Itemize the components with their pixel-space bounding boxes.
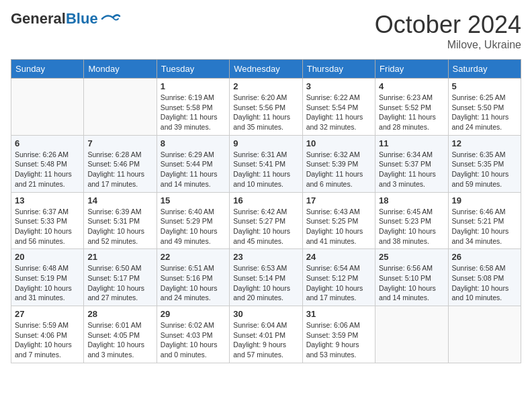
day-info: Sunrise: 6:51 AMSunset: 5:16 PMDaylight:… (161, 263, 226, 303)
calendar-cell: 5Sunrise: 6:25 AMSunset: 5:50 PMDaylight… (448, 79, 521, 136)
calendar-cell: 9Sunrise: 6:31 AMSunset: 5:41 PMDaylight… (230, 135, 302, 192)
day-info: Sunrise: 6:01 AMSunset: 4:05 PMDaylight:… (87, 320, 152, 360)
calendar-cell: 26Sunrise: 6:58 AMSunset: 5:08 PMDayligh… (448, 249, 521, 306)
day-number: 20 (15, 252, 80, 262)
day-info: Sunrise: 6:04 AMSunset: 4:01 PMDaylight:… (233, 320, 298, 360)
day-info: Sunrise: 6:35 AMSunset: 5:35 PMDaylight:… (452, 150, 517, 189)
day-info: Sunrise: 6:54 AMSunset: 5:12 PMDaylight:… (306, 263, 371, 303)
calendar-cell: 23Sunrise: 6:53 AMSunset: 5:14 PMDayligh… (230, 249, 302, 306)
day-number: 10 (306, 138, 371, 148)
calendar-cell: 22Sunrise: 6:51 AMSunset: 5:16 PMDayligh… (157, 249, 229, 306)
logo-text: GeneralBlue (11, 11, 98, 27)
day-info: Sunrise: 6:28 AMSunset: 5:46 PMDaylight:… (87, 150, 152, 189)
page-header: GeneralBlue October 2024 Milove, Ukraine (11, 11, 521, 51)
day-info: Sunrise: 6:23 AMSunset: 5:52 PMDaylight:… (379, 93, 444, 132)
day-info: Sunrise: 6:53 AMSunset: 5:14 PMDaylight:… (233, 263, 298, 303)
calendar-cell (375, 306, 448, 363)
calendar-cell: 30Sunrise: 6:04 AMSunset: 4:01 PMDayligh… (230, 306, 302, 363)
day-number: 27 (15, 309, 80, 319)
day-info: Sunrise: 6:19 AMSunset: 5:58 PMDaylight:… (161, 93, 226, 132)
month-title: October 2024 (375, 11, 521, 39)
day-info: Sunrise: 6:26 AMSunset: 5:48 PMDaylight:… (15, 150, 80, 189)
day-number: 5 (452, 81, 517, 91)
day-number: 6 (15, 138, 80, 148)
weekday-header-saturday: Saturday (448, 60, 521, 79)
day-info: Sunrise: 6:25 AMSunset: 5:50 PMDaylight:… (452, 93, 517, 132)
calendar-cell: 29Sunrise: 6:02 AMSunset: 4:03 PMDayligh… (157, 306, 229, 363)
day-number: 18 (379, 195, 444, 205)
day-number: 17 (306, 195, 371, 205)
calendar-cell (11, 79, 84, 136)
day-number: 31 (306, 309, 371, 319)
calendar-cell: 8Sunrise: 6:29 AMSunset: 5:44 PMDaylight… (157, 135, 229, 192)
week-row-4: 20Sunrise: 6:48 AMSunset: 5:19 PMDayligh… (11, 249, 521, 306)
calendar-cell: 24Sunrise: 6:54 AMSunset: 5:12 PMDayligh… (302, 249, 375, 306)
day-number: 24 (306, 252, 371, 262)
day-number: 29 (161, 309, 226, 319)
weekday-header-row: SundayMondayTuesdayWednesdayThursdayFrid… (11, 60, 521, 79)
calendar-cell: 4Sunrise: 6:23 AMSunset: 5:52 PMDaylight… (375, 79, 448, 136)
day-info: Sunrise: 6:37 AMSunset: 5:33 PMDaylight:… (15, 207, 80, 246)
day-number: 1 (161, 81, 226, 91)
weekday-header-tuesday: Tuesday (157, 60, 229, 79)
day-info: Sunrise: 6:58 AMSunset: 5:08 PMDaylight:… (452, 263, 517, 303)
day-info: Sunrise: 6:02 AMSunset: 4:03 PMDaylight:… (161, 320, 226, 360)
calendar-cell: 16Sunrise: 6:42 AMSunset: 5:27 PMDayligh… (230, 192, 302, 249)
day-number: 4 (379, 81, 444, 91)
calendar-cell: 14Sunrise: 6:39 AMSunset: 5:31 PMDayligh… (84, 192, 157, 249)
day-number: 8 (161, 138, 226, 148)
calendar-cell: 15Sunrise: 6:40 AMSunset: 5:29 PMDayligh… (157, 192, 229, 249)
week-row-3: 13Sunrise: 6:37 AMSunset: 5:33 PMDayligh… (11, 192, 521, 249)
day-info: Sunrise: 6:42 AMSunset: 5:27 PMDaylight:… (233, 207, 298, 246)
day-info: Sunrise: 6:56 AMSunset: 5:10 PMDaylight:… (379, 263, 444, 303)
location: Milove, Ukraine (375, 39, 521, 51)
calendar-cell: 11Sunrise: 6:34 AMSunset: 5:37 PMDayligh… (375, 135, 448, 192)
day-info: Sunrise: 6:31 AMSunset: 5:41 PMDaylight:… (233, 150, 298, 189)
day-info: Sunrise: 6:45 AMSunset: 5:23 PMDaylight:… (379, 207, 444, 246)
day-number: 22 (161, 252, 226, 262)
logo-general: General (11, 10, 66, 27)
calendar-cell: 19Sunrise: 6:46 AMSunset: 5:21 PMDayligh… (448, 192, 521, 249)
day-number: 26 (452, 252, 517, 262)
day-info: Sunrise: 6:43 AMSunset: 5:25 PMDaylight:… (306, 207, 371, 246)
calendar-cell: 3Sunrise: 6:22 AMSunset: 5:54 PMDaylight… (302, 79, 375, 136)
calendar-cell: 27Sunrise: 5:59 AMSunset: 4:06 PMDayligh… (11, 306, 84, 363)
calendar-cell (84, 79, 157, 136)
calendar-cell: 10Sunrise: 6:32 AMSunset: 5:39 PMDayligh… (302, 135, 375, 192)
week-row-2: 6Sunrise: 6:26 AMSunset: 5:48 PMDaylight… (11, 135, 521, 192)
day-number: 9 (233, 138, 298, 148)
calendar-cell: 12Sunrise: 6:35 AMSunset: 5:35 PMDayligh… (448, 135, 521, 192)
day-number: 28 (87, 309, 152, 319)
day-number: 13 (15, 195, 80, 205)
day-number: 3 (306, 81, 371, 91)
day-number: 25 (379, 252, 444, 262)
day-info: Sunrise: 6:20 AMSunset: 5:56 PMDaylight:… (233, 93, 298, 132)
day-info: Sunrise: 6:40 AMSunset: 5:29 PMDaylight:… (161, 207, 226, 246)
calendar-cell: 6Sunrise: 6:26 AMSunset: 5:48 PMDaylight… (11, 135, 84, 192)
title-area: October 2024 Milove, Ukraine (375, 11, 521, 51)
day-info: Sunrise: 6:32 AMSunset: 5:39 PMDaylight:… (306, 150, 371, 189)
calendar-cell: 18Sunrise: 6:45 AMSunset: 5:23 PMDayligh… (375, 192, 448, 249)
day-info: Sunrise: 6:50 AMSunset: 5:17 PMDaylight:… (87, 263, 152, 303)
calendar-cell: 17Sunrise: 6:43 AMSunset: 5:25 PMDayligh… (302, 192, 375, 249)
logo-blue: Blue (66, 10, 98, 27)
week-row-1: 1Sunrise: 6:19 AMSunset: 5:58 PMDaylight… (11, 79, 521, 136)
weekday-header-thursday: Thursday (302, 60, 375, 79)
day-info: Sunrise: 6:06 AMSunset: 3:59 PMDaylight:… (306, 320, 371, 360)
weekday-header-sunday: Sunday (11, 60, 84, 79)
week-row-5: 27Sunrise: 5:59 AMSunset: 4:06 PMDayligh… (11, 306, 521, 363)
weekday-header-monday: Monday (84, 60, 157, 79)
calendar-table: SundayMondayTuesdayWednesdayThursdayFrid… (11, 59, 521, 363)
day-number: 15 (161, 195, 226, 205)
logo-bird-icon (101, 12, 121, 26)
calendar-cell: 25Sunrise: 6:56 AMSunset: 5:10 PMDayligh… (375, 249, 448, 306)
day-number: 11 (379, 138, 444, 148)
logo: GeneralBlue (11, 11, 121, 27)
calendar-cell: 21Sunrise: 6:50 AMSunset: 5:17 PMDayligh… (84, 249, 157, 306)
calendar-cell: 20Sunrise: 6:48 AMSunset: 5:19 PMDayligh… (11, 249, 84, 306)
day-info: Sunrise: 6:46 AMSunset: 5:21 PMDaylight:… (452, 207, 517, 246)
day-number: 14 (87, 195, 152, 205)
weekday-header-wednesday: Wednesday (230, 60, 302, 79)
calendar-cell: 2Sunrise: 6:20 AMSunset: 5:56 PMDaylight… (230, 79, 302, 136)
day-number: 2 (233, 81, 298, 91)
